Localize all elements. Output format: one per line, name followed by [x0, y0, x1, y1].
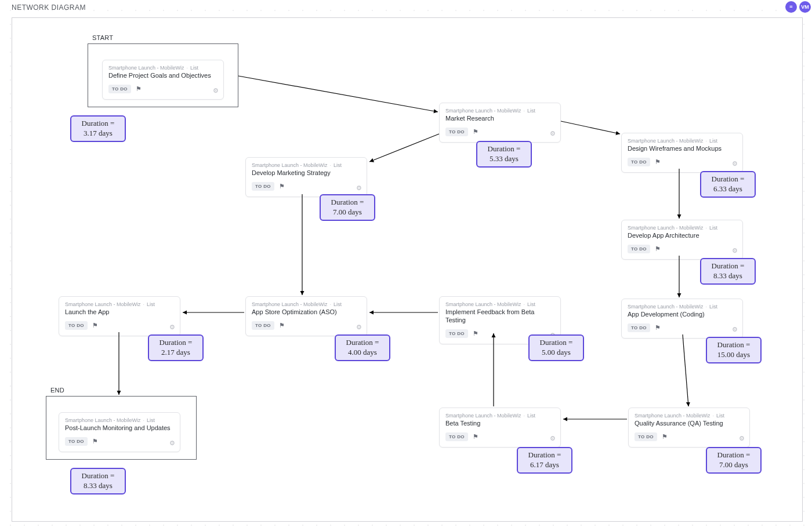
gear-icon[interactable]: ⚙	[169, 439, 175, 447]
avatar-badge[interactable]: VM	[799, 1, 811, 13]
breadcrumb: Smartphone Launch - MobileWiz·List	[65, 417, 174, 423]
task-title: Post-Launch Monitoring and Updates	[65, 424, 174, 432]
flag-icon[interactable]: ⚑	[92, 322, 98, 329]
gear-icon[interactable]: ⚙	[169, 323, 175, 331]
flag-icon[interactable]: ⚑	[473, 128, 478, 136]
start-label: START	[92, 34, 113, 41]
user-badges-shelf: = VM	[785, 1, 811, 13]
breadcrumb: Smartphone Launch - MobileWiz·List	[445, 413, 554, 419]
duration-chip-post: Duration =8.33 days	[70, 468, 126, 494]
gear-icon[interactable]: ⚙	[732, 247, 738, 254]
status-badge[interactable]: TO DO	[445, 432, 468, 441]
end-label: END	[50, 387, 64, 394]
gear-icon[interactable]: ⚙	[550, 130, 556, 137]
task-card-architecture[interactable]: Smartphone Launch - MobileWiz·List Devel…	[621, 220, 743, 260]
status-badge[interactable]: TO DO	[65, 437, 88, 446]
task-title: Implement Feedback from Beta Testing	[445, 308, 554, 325]
task-card-app-development[interactable]: Smartphone Launch - MobileWiz·List App D…	[621, 299, 743, 339]
status-badge[interactable]: TO DO	[252, 182, 274, 191]
task-card-wireframes[interactable]: Smartphone Launch - MobileWiz·List Desig…	[621, 133, 743, 173]
breadcrumb: Smartphone Launch - MobileWiz·List	[252, 301, 361, 307]
breadcrumb: Smartphone Launch - MobileWiz·List	[628, 225, 737, 231]
task-card-marketing-strategy[interactable]: Smartphone Launch - MobileWiz·List Devel…	[245, 157, 367, 197]
status-badge[interactable]: TO DO	[628, 158, 650, 166]
svg-line-0	[238, 76, 438, 112]
task-card-market-research[interactable]: Smartphone Launch - MobileWiz·List Marke…	[439, 103, 561, 143]
diagram-frame: START Smartphone Launch - MobileWiz·List…	[12, 17, 803, 522]
duration-chip-define: Duration =3.17 days	[70, 115, 126, 142]
task-title: Launch the App	[65, 308, 174, 317]
task-card-aso[interactable]: Smartphone Launch - MobileWiz·List App S…	[245, 296, 367, 336]
duration-chip-market: Duration =5.33 days	[476, 141, 532, 168]
gear-icon[interactable]: ⚙	[550, 435, 556, 442]
task-title: Design Wireframes and Mockups	[628, 145, 737, 153]
breadcrumb: Smartphone Launch - MobileWiz·List	[252, 162, 361, 168]
breadcrumb: Smartphone Launch - MobileWiz·List	[628, 138, 737, 144]
flag-icon[interactable]: ⚑	[92, 438, 98, 445]
task-card-launch[interactable]: Smartphone Launch - MobileWiz·List Launc…	[59, 296, 180, 336]
duration-chip-strategy: Duration =7.00 days	[320, 194, 375, 221]
gear-icon[interactable]: ⚙	[732, 326, 738, 333]
status-badge[interactable]: TO DO	[445, 329, 468, 338]
diagram-canvas[interactable]: START Smartphone Launch - MobileWiz·List…	[12, 18, 802, 521]
duration-chip-launch: Duration =2.17 days	[148, 334, 204, 361]
breadcrumb: Smartphone Launch - MobileWiz·List	[445, 301, 554, 307]
task-card-define[interactable]: Smartphone Launch - MobileWiz·List Defin…	[102, 60, 224, 100]
status-badge[interactable]: TO DO	[252, 321, 274, 330]
duration-chip-wire: Duration =6.33 days	[700, 171, 756, 198]
flag-icon[interactable]: ⚑	[279, 183, 285, 190]
duration-chip-impl: Duration =5.00 days	[528, 334, 584, 361]
breadcrumb: Smartphone Launch - MobileWiz·List	[65, 301, 174, 307]
status-badge[interactable]: TO DO	[445, 128, 468, 136]
flag-icon[interactable]: ⚑	[655, 245, 661, 253]
gear-icon[interactable]: ⚙	[356, 323, 362, 331]
svg-line-5	[683, 334, 688, 406]
duration-chip-qa: Duration =7.00 days	[706, 447, 762, 474]
task-title: Market Research	[445, 115, 554, 123]
duration-chip-beta: Duration =6.17 days	[517, 447, 572, 474]
status-badge[interactable]: TO DO	[65, 321, 88, 330]
flag-icon[interactable]: ⚑	[662, 433, 668, 441]
breadcrumb: Smartphone Launch - MobileWiz·List	[628, 304, 737, 310]
duration-chip-aso: Duration =4.00 days	[335, 334, 390, 361]
avatar-badge[interactable]: =	[785, 1, 797, 13]
task-card-post-launch[interactable]: Smartphone Launch - MobileWiz·List Post-…	[59, 412, 180, 452]
flag-icon[interactable]: ⚑	[655, 324, 661, 332]
breadcrumb: Smartphone Launch - MobileWiz·List	[635, 413, 744, 419]
task-title: App Store Optimization (ASO)	[252, 308, 361, 317]
svg-line-1	[369, 134, 439, 162]
task-title: Define Project Goals and Objectives	[108, 72, 217, 80]
flag-icon[interactable]: ⚑	[655, 158, 661, 166]
task-title: Quality Assurance (QA) Testing	[635, 420, 744, 428]
flag-icon[interactable]: ⚑	[473, 433, 478, 441]
gear-icon[interactable]: ⚙	[356, 184, 362, 192]
svg-line-2	[561, 121, 620, 134]
breadcrumb: Smartphone Launch - MobileWiz·List	[108, 65, 217, 71]
flag-icon[interactable]: ⚑	[136, 85, 142, 93]
gear-icon[interactable]: ⚙	[732, 160, 738, 168]
task-card-beta-testing[interactable]: Smartphone Launch - MobileWiz·List Beta …	[439, 408, 561, 448]
gear-icon[interactable]: ⚙	[739, 435, 745, 442]
status-badge[interactable]: TO DO	[628, 323, 650, 332]
status-badge[interactable]: TO DO	[108, 85, 131, 93]
task-title: Beta Testing	[445, 420, 554, 428]
duration-chip-arch: Duration =8.33 days	[700, 258, 756, 285]
task-title: Develop Marketing Strategy	[252, 169, 361, 177]
status-badge[interactable]: TO DO	[628, 245, 650, 253]
status-badge[interactable]: TO DO	[635, 432, 657, 441]
task-title: App Development (Coding)	[628, 311, 737, 319]
task-card-qa-testing[interactable]: Smartphone Launch - MobileWiz·List Quali…	[628, 408, 750, 448]
flag-icon[interactable]: ⚑	[279, 322, 285, 329]
gear-icon[interactable]: ⚙	[213, 87, 219, 94]
page-title: NETWORK DIAGRAM	[12, 3, 86, 12]
breadcrumb: Smartphone Launch - MobileWiz·List	[445, 108, 554, 114]
task-title: Develop App Architecture	[628, 232, 737, 240]
flag-icon[interactable]: ⚑	[473, 330, 478, 337]
duration-chip-dev: Duration =15.00 days	[706, 337, 762, 363]
